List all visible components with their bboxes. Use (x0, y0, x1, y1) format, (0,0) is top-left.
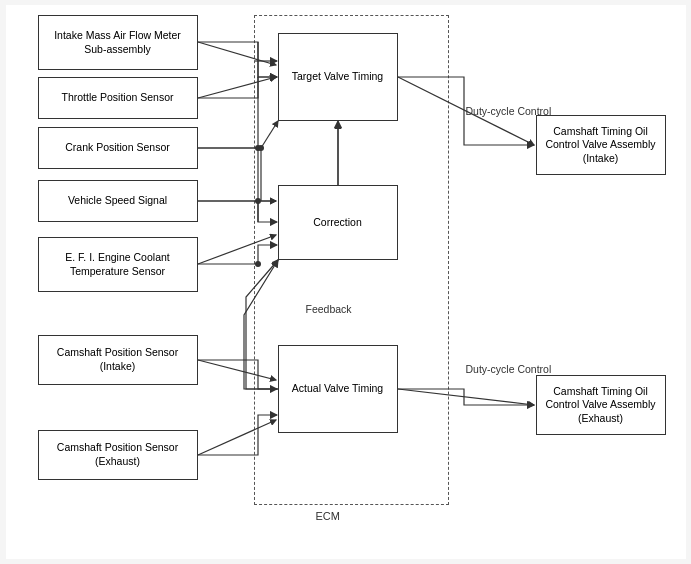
crank-label: Crank Position Sensor (65, 141, 169, 155)
camshaft-exhaust-label: Camshaft Position Sensor (Exhaust) (43, 441, 193, 468)
ecm-label: ECM (316, 510, 340, 522)
efi-coolant-box: E. F. I. Engine Coolant Temperature Sens… (38, 237, 198, 292)
diagram: Intake Mass Air Flow Meter Sub-assembly … (6, 5, 686, 559)
camshaft-oil-exhaust-box: Camshaft Timing Oil Control Valve Assemb… (536, 375, 666, 435)
camshaft-intake-box: Camshaft Position Sensor (Intake) (38, 335, 198, 385)
camshaft-exhaust-box: Camshaft Position Sensor (Exhaust) (38, 430, 198, 480)
efi-coolant-label: E. F. I. Engine Coolant Temperature Sens… (43, 251, 193, 278)
vehicle-speed-label: Vehicle Speed Signal (68, 194, 167, 208)
camshaft-oil-intake-label: Camshaft Timing Oil Control Valve Assemb… (541, 125, 661, 166)
intake-mass-label: Intake Mass Air Flow Meter Sub-assembly (43, 29, 193, 56)
vehicle-speed-box: Vehicle Speed Signal (38, 180, 198, 222)
camshaft-oil-exhaust-label: Camshaft Timing Oil Control Valve Assemb… (541, 385, 661, 426)
camshaft-oil-intake-box: Camshaft Timing Oil Control Valve Assemb… (536, 115, 666, 175)
crank-box: Crank Position Sensor (38, 127, 198, 169)
feedback-label: Feedback (306, 303, 352, 315)
throttle-label: Throttle Position Sensor (61, 91, 173, 105)
duty-cycle-bottom-label: Duty-cycle Control (466, 363, 552, 375)
throttle-box: Throttle Position Sensor (38, 77, 198, 119)
intake-mass-box: Intake Mass Air Flow Meter Sub-assembly (38, 15, 198, 70)
duty-cycle-top-label: Duty-cycle Control (466, 105, 552, 117)
ecm-boundary (254, 15, 449, 505)
camshaft-intake-label: Camshaft Position Sensor (Intake) (43, 346, 193, 373)
